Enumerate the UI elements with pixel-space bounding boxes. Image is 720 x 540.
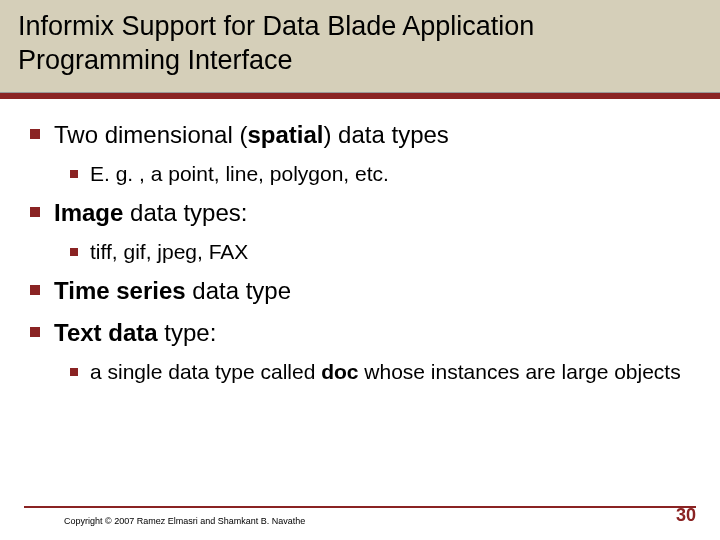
bullet-text: a single data type called doc whose inst… (90, 358, 681, 385)
bullet-icon (30, 327, 40, 337)
list-item: Image data types: (30, 197, 690, 228)
list-item: Time series data type (30, 275, 690, 306)
list-item: Text data type: (30, 317, 690, 348)
bullet-text: E. g. , a point, line, polygon, etc. (90, 160, 389, 187)
slide-header: Informix Support for Data Blade Applicat… (0, 0, 720, 93)
bullet-icon (30, 207, 40, 217)
bullet-icon (30, 285, 40, 295)
bullet-text: Time series data type (54, 275, 291, 306)
slide-title: Informix Support for Data Blade Applicat… (18, 10, 702, 78)
slide-footer: Copyright © 2007 Ramez Elmasri and Shamk… (0, 506, 720, 526)
bullet-icon (70, 368, 78, 376)
bullet-text: Two dimensional (spatial) data types (54, 119, 449, 150)
list-item: a single data type called doc whose inst… (70, 358, 690, 385)
bullet-icon (70, 248, 78, 256)
page-number: 30 (676, 505, 696, 526)
slide-content: Two dimensional (spatial) data types E. … (0, 99, 720, 406)
bullet-icon (30, 129, 40, 139)
footer-divider (24, 506, 696, 508)
bullet-icon (70, 170, 78, 178)
copyright-text: Copyright © 2007 Ramez Elmasri and Shamk… (64, 516, 696, 526)
list-item: Two dimensional (spatial) data types (30, 119, 690, 150)
bullet-text: Text data type: (54, 317, 216, 348)
bullet-text: Image data types: (54, 197, 247, 228)
bullet-text: tiff, gif, jpeg, FAX (90, 238, 248, 265)
list-item: E. g. , a point, line, polygon, etc. (70, 160, 690, 187)
list-item: tiff, gif, jpeg, FAX (70, 238, 690, 265)
